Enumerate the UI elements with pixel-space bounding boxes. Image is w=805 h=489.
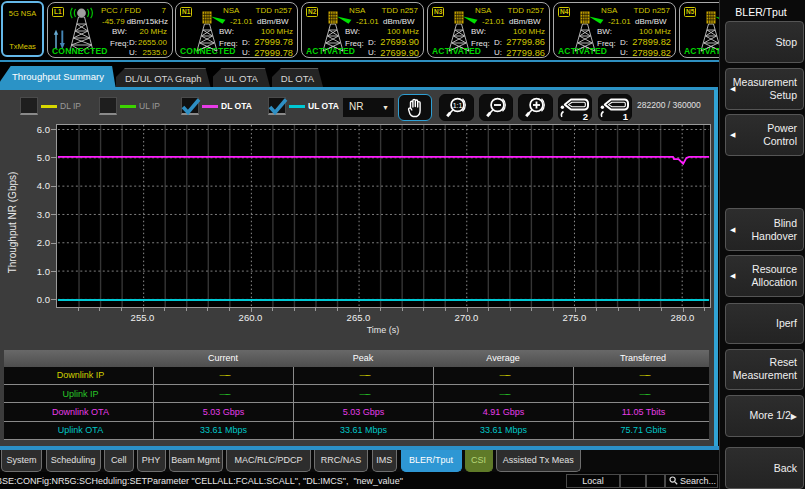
svg-text:1:1: 1:1 xyxy=(453,101,463,108)
svg-text:2: 2 xyxy=(583,110,588,121)
svg-text:1: 1 xyxy=(623,110,629,121)
